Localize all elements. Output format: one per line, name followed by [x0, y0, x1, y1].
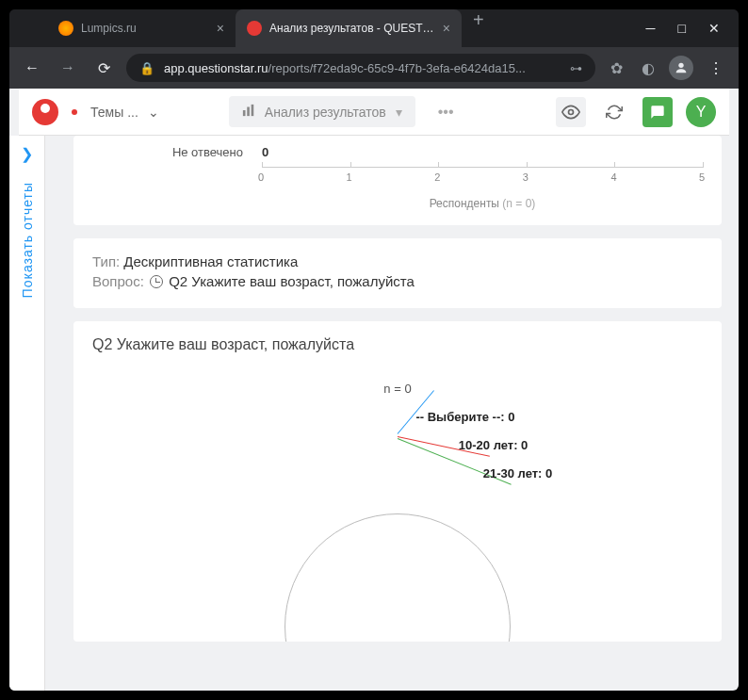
back-button[interactable]: ←	[19, 59, 45, 76]
bar-chart-icon	[242, 104, 255, 120]
status-dot-icon	[72, 109, 77, 115]
clock-icon	[150, 275, 163, 288]
pie-chart-card: Q2 Укажите ваш возраст, пожалуйста n = 0…	[73, 321, 722, 642]
chevron-down-icon: ⌄	[148, 105, 159, 120]
close-window-icon[interactable]: ✕	[708, 21, 720, 36]
sidebar: ❯ Показать отчеты	[9, 136, 45, 691]
question-label: Вопрос:	[92, 273, 144, 289]
browser-menu-button[interactable]: ⋮	[703, 59, 729, 77]
question-meta-card: Тип: Дескриптивная статистика Вопрос: Q2…	[73, 238, 722, 308]
legend-item: -- Выберите --: 0	[415, 410, 514, 424]
chevron-down-icon: ▾	[396, 105, 402, 120]
forward-button[interactable]: →	[55, 59, 81, 76]
bar-label: Не отвечено	[92, 145, 243, 159]
app-header: Темы ... ⌄ Анализ результатов ▾ ••• Y	[19, 89, 729, 136]
browser-address-bar: ← → ⟳ 🔒 app.questionstar.ru/reports/f72e…	[9, 47, 739, 89]
url-input[interactable]: 🔒 app.questionstar.ru/reports/f72eda9c-6…	[126, 54, 595, 82]
svg-rect-1	[243, 110, 246, 116]
key-icon[interactable]: ⊶	[570, 61, 582, 75]
main-content: Не отвечено 0 0 1 2 3 4 5 Респонденты (n…	[45, 136, 739, 691]
svg-rect-3	[251, 105, 253, 116]
type-label: Тип:	[92, 253, 120, 269]
close-icon[interactable]: ×	[443, 21, 450, 36]
browser-tab[interactable]: Lumpics.ru ×	[47, 9, 236, 47]
refresh-button[interactable]	[599, 97, 629, 127]
chart-card: Не отвечено 0 0 1 2 3 4 5 Респонденты (n…	[73, 136, 722, 225]
extension-icon[interactable]: ✿	[605, 59, 627, 77]
legend-item: 10-20 лет: 0	[459, 438, 528, 452]
question-value: Q2 Укажите ваш возраст, пожалуйста	[169, 273, 415, 289]
tab-title: Lumpics.ru	[81, 22, 209, 35]
browser-titlebar: Lumpics.ru × Анализ результатов - QUESTI…	[9, 9, 739, 47]
new-tab-button[interactable]: +	[462, 9, 496, 47]
close-icon[interactable]: ×	[217, 21, 224, 36]
browser-tab-active[interactable]: Анализ результатов - QUESTION ×	[236, 9, 462, 47]
svg-rect-2	[247, 107, 250, 117]
reload-button[interactable]: ⟳	[90, 59, 117, 77]
svg-point-0	[678, 63, 683, 68]
more-options-button[interactable]: •••	[429, 104, 463, 121]
question-title: Q2 Укажите ваш возраст, пожалуйста	[92, 336, 703, 353]
sidebar-label[interactable]: Показать отчеты	[20, 182, 35, 298]
user-avatar[interactable]: Y	[686, 97, 716, 127]
pie-chart	[285, 513, 511, 642]
svg-point-4	[569, 109, 574, 114]
app-logo-icon[interactable]	[32, 99, 58, 125]
bar-value: 0	[262, 145, 268, 159]
legend-item: 21-30 лет: 0	[483, 466, 553, 480]
feedback-button[interactable]	[642, 97, 673, 127]
type-value: Дескриптивная статистика	[123, 253, 298, 269]
minimize-icon[interactable]: ─	[646, 21, 656, 36]
tab-title: Анализ результатов - QUESTION	[269, 22, 435, 35]
preview-button[interactable]	[556, 97, 586, 127]
maximize-icon[interactable]: □	[678, 21, 686, 36]
lock-icon: 🔒	[139, 61, 154, 75]
sample-size-label: n = 0	[92, 382, 703, 396]
expand-sidebar-button[interactable]: ❯	[21, 145, 33, 163]
analysis-dropdown[interactable]: Анализ результатов ▾	[229, 96, 415, 127]
favicon-icon	[58, 21, 73, 36]
profile-avatar[interactable]	[669, 56, 693, 80]
extension-icon[interactable]: ◐	[637, 59, 659, 77]
chart-axis: 0 1 2 3 4 5	[262, 167, 703, 204]
url-text: app.questionstar.ru/reports/f72eda9c-65c…	[164, 61, 561, 75]
themes-dropdown[interactable]: Темы ... ⌄	[90, 105, 159, 120]
favicon-icon	[247, 21, 262, 36]
